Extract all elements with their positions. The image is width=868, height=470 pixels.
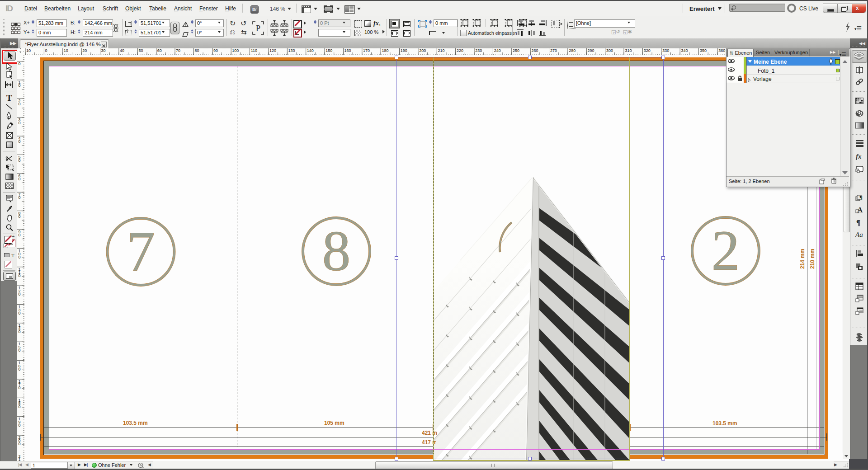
svg-text:A: A <box>857 206 863 214</box>
svg-text:¶: ¶ <box>859 194 863 201</box>
svg-text:¶: ¶ <box>856 218 860 226</box>
svg-text:P: P <box>256 24 260 33</box>
svg-text:T: T <box>6 94 12 102</box>
svg-text:fx: fx <box>856 153 862 160</box>
svg-text:Aa: Aa <box>855 231 863 238</box>
